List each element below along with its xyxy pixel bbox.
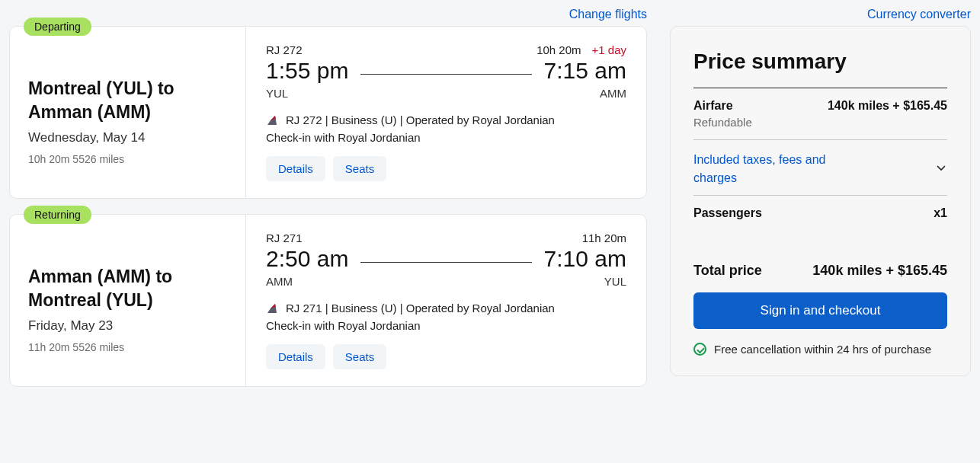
returning-meta: 11h 20m 5526 miles bbox=[28, 341, 227, 353]
free-cancellation-text: Free cancellation within 24 hrs of purch… bbox=[714, 343, 931, 356]
currency-converter-link[interactable]: Currency converter bbox=[867, 8, 971, 21]
divider bbox=[693, 139, 947, 140]
returning-segment: RJ 271 11h 20m 2:50 am 7:10 am AMM YUL bbox=[246, 215, 646, 386]
departure-time: 2:50 am bbox=[266, 246, 348, 272]
departure-code: AMM bbox=[266, 275, 293, 288]
checkin-text: Check-in with Royal Jordanian bbox=[266, 131, 626, 144]
total-price-label: Total price bbox=[693, 263, 762, 279]
departure-code: YUL bbox=[266, 87, 288, 100]
divider bbox=[693, 195, 947, 196]
flight-line bbox=[360, 262, 531, 263]
returning-card: Returning Amman (AMM) to Montreal (YUL) … bbox=[9, 214, 647, 387]
operated-by-text: RJ 271 | Business (U) | Operated by Roya… bbox=[286, 302, 555, 315]
flight-line bbox=[360, 74, 531, 75]
departing-badge: Departing bbox=[24, 18, 91, 36]
check-circle-icon bbox=[693, 343, 706, 356]
airfare-label: Airfare bbox=[693, 99, 733, 113]
seats-button[interactable]: Seats bbox=[333, 156, 386, 181]
free-cancellation-note: Free cancellation within 24 hrs of purch… bbox=[693, 343, 947, 356]
departure-time: 1:55 pm bbox=[266, 58, 348, 84]
arrival-code: AMM bbox=[600, 87, 626, 100]
divider bbox=[693, 88, 947, 88]
departing-meta: 10h 20m 5526 miles bbox=[28, 153, 227, 165]
details-button[interactable]: Details bbox=[266, 156, 325, 181]
operated-by-text: RJ 272 | Business (U) | Operated by Roya… bbox=[286, 113, 555, 126]
refundable-text: Refundable bbox=[693, 116, 947, 129]
flight-duration: 10h 20m bbox=[536, 43, 581, 56]
change-flights-link[interactable]: Change flights bbox=[569, 8, 647, 21]
returning-badge: Returning bbox=[24, 206, 91, 224]
seats-button[interactable]: Seats bbox=[333, 344, 386, 369]
returning-date: Friday, May 23 bbox=[28, 318, 227, 334]
passengers-value: x1 bbox=[934, 206, 947, 220]
plus-day-indicator: +1 day bbox=[592, 43, 626, 56]
taxes-fees-label: Included taxes, fees and charges bbox=[693, 151, 846, 187]
taxes-fees-toggle[interactable]: Included taxes, fees and charges bbox=[693, 151, 947, 187]
passengers-label: Passengers bbox=[693, 206, 762, 220]
flight-number: RJ 271 bbox=[266, 232, 303, 244]
departing-card: Departing Montreal (YUL) to Amman (AMM) … bbox=[9, 26, 647, 199]
returning-summary: Amman (AMM) to Montreal (YUL) Friday, Ma… bbox=[10, 215, 246, 386]
total-price-value: 140k miles + $165.45 bbox=[812, 263, 947, 279]
airline-tail-icon bbox=[266, 302, 278, 315]
arrival-code: YUL bbox=[604, 275, 626, 288]
airfare-value: 140k miles + $165.45 bbox=[828, 99, 947, 113]
arrival-time: 7:10 am bbox=[544, 246, 626, 272]
arrival-time: 7:15 am bbox=[544, 58, 626, 84]
route-title: Montreal (YUL) to Amman (AMM) bbox=[28, 77, 227, 124]
chevron-down-icon bbox=[935, 161, 947, 177]
flight-duration: 11h 20m bbox=[582, 232, 626, 244]
route-title: Amman (AMM) to Montreal (YUL) bbox=[28, 265, 227, 312]
flight-number: RJ 272 bbox=[266, 43, 303, 56]
checkin-text: Check-in with Royal Jordanian bbox=[266, 319, 626, 332]
departing-segment: RJ 272 10h 20m +1 day 1:55 pm 7:15 am YU… bbox=[246, 27, 646, 198]
price-summary-card: Price summary Airfare 140k miles + $165.… bbox=[670, 26, 971, 376]
price-summary-title: Price summary bbox=[693, 49, 947, 74]
departing-summary: Montreal (YUL) to Amman (AMM) Wednesday,… bbox=[10, 27, 246, 198]
details-button[interactable]: Details bbox=[266, 344, 325, 369]
signin-checkout-button[interactable]: Sign in and checkout bbox=[693, 292, 947, 329]
airline-tail-icon bbox=[266, 114, 278, 126]
departing-date: Wednesday, May 14 bbox=[28, 130, 227, 145]
